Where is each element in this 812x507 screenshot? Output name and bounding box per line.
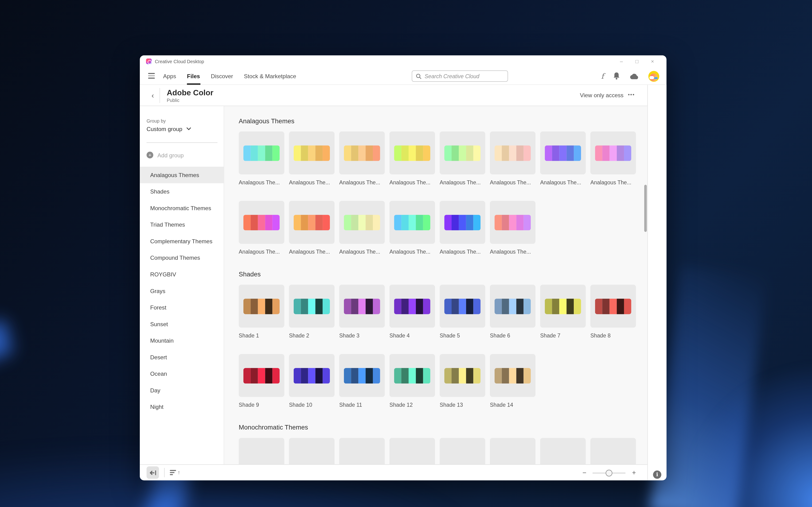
palette-card[interactable] xyxy=(440,438,485,464)
palette-tile[interactable]: Analagous The... xyxy=(490,201,535,255)
palette-tile[interactable]: Shade 5 xyxy=(440,285,485,338)
hamburger-menu-icon[interactable] xyxy=(148,73,155,78)
palette-tile[interactable]: Shade 8 xyxy=(590,285,636,338)
sidebar-item-triad-themes[interactable]: Triad Themes xyxy=(140,216,224,233)
nav-tab-files[interactable]: Files xyxy=(187,67,200,84)
palette-card[interactable] xyxy=(239,438,284,464)
palette-card[interactable] xyxy=(239,354,284,397)
palette-card[interactable] xyxy=(490,201,535,244)
add-group-button[interactable]: + Add group xyxy=(147,152,184,159)
palette-tile[interactable]: Analagous The... xyxy=(239,201,284,255)
palette-card[interactable] xyxy=(389,285,435,328)
palette-card[interactable] xyxy=(339,285,385,328)
sidebar-item-night[interactable]: Night xyxy=(140,398,224,415)
nav-tab-stock-marketplace[interactable]: Stock & Marketplace xyxy=(244,67,296,84)
palette-tile[interactable]: Shade 12 xyxy=(389,354,435,408)
palette-tile[interactable]: Shade 7 xyxy=(540,285,586,338)
palette-card[interactable] xyxy=(239,285,284,328)
search-input[interactable]: Search Creative Cloud xyxy=(412,70,508,82)
palette-tile[interactable] xyxy=(540,438,586,464)
palette-card[interactable] xyxy=(590,131,636,174)
palette-card[interactable] xyxy=(239,201,284,244)
palette-card[interactable] xyxy=(440,131,485,174)
fonts-icon[interactable]: f xyxy=(601,72,604,80)
palette-tile[interactable]: Analagous The... xyxy=(440,201,485,255)
palette-tile[interactable] xyxy=(440,438,485,464)
avatar[interactable] xyxy=(648,71,659,81)
close-button[interactable]: × xyxy=(645,55,660,67)
palette-tile[interactable] xyxy=(590,438,636,464)
palette-tile[interactable] xyxy=(239,438,284,464)
access-label[interactable]: View only access xyxy=(580,92,624,98)
palette-card[interactable] xyxy=(440,354,485,397)
palette-card[interactable] xyxy=(339,131,385,174)
palette-card[interactable] xyxy=(339,201,385,244)
palette-card[interactable] xyxy=(540,285,586,328)
palette-tile[interactable]: Analagous The... xyxy=(389,131,435,185)
sort-button[interactable]: ↑ xyxy=(170,470,180,475)
palette-card[interactable] xyxy=(339,354,385,397)
palette-tile[interactable]: Analagous The... xyxy=(289,201,335,255)
palette-tile[interactable]: Analagous The... xyxy=(490,131,535,185)
palette-tile[interactable]: Shade 14 xyxy=(490,354,535,408)
palette-card[interactable] xyxy=(289,285,335,328)
scrollbar-thumb[interactable] xyxy=(644,185,647,232)
palette-tile[interactable]: Analagous The... xyxy=(289,131,335,185)
palette-tile[interactable]: Analagous The... xyxy=(339,131,385,185)
palette-card[interactable] xyxy=(289,131,335,174)
sidebar-item-mountain[interactable]: Mountain xyxy=(140,332,224,349)
palette-card[interactable] xyxy=(540,438,586,464)
nav-tab-apps[interactable]: Apps xyxy=(163,67,176,84)
palette-tile[interactable]: Analagous The... xyxy=(239,131,284,185)
palette-tile[interactable]: Shade 4 xyxy=(389,285,435,338)
zoom-in-button[interactable]: + xyxy=(629,469,639,477)
palette-tile[interactable] xyxy=(289,438,335,464)
palette-card[interactable] xyxy=(540,131,586,174)
palette-card[interactable] xyxy=(239,131,284,174)
palette-tile[interactable]: Analagous The... xyxy=(590,131,636,185)
info-icon[interactable]: i xyxy=(653,470,661,479)
palette-card[interactable] xyxy=(289,354,335,397)
sidebar-item-grays[interactable]: Grays xyxy=(140,282,224,299)
palette-card[interactable] xyxy=(289,201,335,244)
palette-card[interactable] xyxy=(289,438,335,464)
notifications-bell-icon[interactable] xyxy=(612,72,620,80)
palette-tile[interactable]: Analagous The... xyxy=(389,201,435,255)
palette-tile[interactable]: Shade 9 xyxy=(239,354,284,408)
palette-card[interactable] xyxy=(389,131,435,174)
palette-card[interactable] xyxy=(440,201,485,244)
palette-tile[interactable]: Shade 10 xyxy=(289,354,335,408)
palette-card[interactable] xyxy=(440,285,485,328)
palette-tile[interactable]: Shade 13 xyxy=(440,354,485,408)
palette-card[interactable] xyxy=(490,438,535,464)
sidebar-item-monochromatic-themes[interactable]: Monochromatic Themes xyxy=(140,200,224,217)
palette-card[interactable] xyxy=(490,285,535,328)
back-chevron-icon[interactable]: ‹ xyxy=(148,90,157,101)
sidebar-item-shades[interactable]: Shades xyxy=(140,183,224,200)
palette-card[interactable] xyxy=(490,131,535,174)
palette-tile[interactable]: Shade 6 xyxy=(490,285,535,338)
sidebar-item-compound-themes[interactable]: Compound Themes xyxy=(140,249,224,266)
group-by-select[interactable]: Custom group xyxy=(147,126,191,132)
sidebar-item-forest[interactable]: Forest xyxy=(140,299,224,316)
palette-tile[interactable] xyxy=(490,438,535,464)
palette-card[interactable] xyxy=(389,438,435,464)
sidebar-item-roygbiv[interactable]: ROYGBIV xyxy=(140,266,224,283)
sidebar-item-ocean[interactable]: Ocean xyxy=(140,365,224,382)
collapse-sidebar-button[interactable] xyxy=(147,466,159,479)
sidebar-item-sunset[interactable]: Sunset xyxy=(140,316,224,333)
zoom-out-button[interactable]: − xyxy=(579,469,590,477)
palette-card[interactable] xyxy=(389,201,435,244)
sidebar-item-desert[interactable]: Desert xyxy=(140,349,224,365)
sidebar-item-day[interactable]: Day xyxy=(140,382,224,399)
maximize-button[interactable]: □ xyxy=(629,55,645,67)
palette-card[interactable] xyxy=(339,438,385,464)
palette-tile[interactable]: Analagous The... xyxy=(339,201,385,255)
palette-card[interactable] xyxy=(590,285,636,328)
palette-tile[interactable]: Shade 1 xyxy=(239,285,284,338)
palette-tile[interactable]: Analagous The... xyxy=(440,131,485,185)
palette-tile[interactable]: Shade 2 xyxy=(289,285,335,338)
cloud-icon[interactable] xyxy=(629,73,640,79)
zoom-slider-thumb[interactable] xyxy=(606,469,613,476)
minimize-button[interactable]: – xyxy=(614,55,629,67)
